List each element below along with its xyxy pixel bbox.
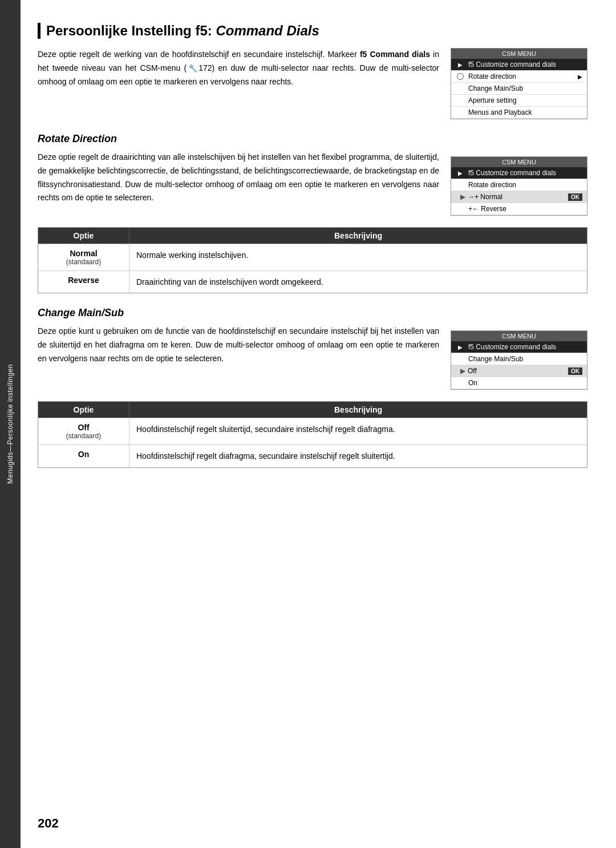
- rotate-desc-normal: Normale werking instelschijven.: [129, 244, 587, 270]
- rotate-opt-reverse: Reverse: [38, 271, 129, 293]
- page-number: 202: [38, 816, 59, 831]
- intro-section: Deze optie regelt de werking van de hoof…: [38, 48, 587, 119]
- change-opt-off: Off (standaard): [38, 418, 129, 445]
- csm-menu-2-rotate-row: Rotate direction: [451, 179, 587, 191]
- table-row: Reverse Draairichting van de instelschij…: [38, 270, 587, 293]
- sidebar: Menugids—Persoonlijke instellingen: [0, 0, 21, 848]
- change-table: Optie Beschrijving Off (standaard) Hoofd…: [38, 401, 587, 467]
- csm-menu-2-normal: ▶ →+ Normal OK: [451, 191, 587, 203]
- change-text: Deze optie kunt u gebruiken om de functi…: [38, 325, 439, 390]
- page-content: Persoonlijke Instelling f5: Command Dial…: [21, 0, 616, 848]
- csm-menu-1-item-rotate: Rotate direction ▶: [451, 71, 587, 83]
- change-table-header: Optie Beschrijving: [38, 402, 587, 418]
- table-row: Normal (standaard) Normale werking inste…: [38, 244, 587, 270]
- csm-menu-1-item-menus: Menus and Playback: [451, 107, 587, 119]
- rotate-table-col2-header: Beschrijving: [129, 228, 587, 244]
- change-section: Deze optie kunt u gebruiken om de functi…: [38, 325, 587, 390]
- table-row: On Hoofdinstelschijf regelt diafragma, s…: [38, 445, 587, 467]
- selector-icon-normal: ▶: [460, 193, 465, 201]
- csm-menu-3: CSM MENU ▶ f5 Customize command dials Ch…: [451, 330, 587, 390]
- rotate-icon: [456, 73, 465, 80]
- f5-icon: ▶: [456, 62, 465, 68]
- csm-menu-1-item-aperture: Aperture setting: [451, 95, 587, 107]
- arrow-icon: ▶: [578, 74, 582, 80]
- rotate-section: Deze optie regelt de draairichting van a…: [38, 151, 587, 216]
- rotate-table: Optie Beschrijving Normal (standaard) No…: [38, 227, 587, 293]
- rotate-direction-heading: Rotate Direction: [38, 133, 587, 145]
- rotate-table-col1-header: Optie: [38, 228, 129, 244]
- change-desc-on: Hoofdinstelschijf regelt diafragma, secu…: [129, 445, 587, 467]
- f5-icon-2: ▶: [456, 170, 465, 176]
- page-title: Persoonlijke Instelling f5: Command Dial…: [38, 23, 587, 39]
- rotate-desc-reverse: Draairichting van de instelschijven word…: [129, 271, 587, 293]
- csm-menu-2-title: CSM MENU: [451, 157, 587, 167]
- rotate-text: Deze optie regelt de draairichting van a…: [38, 151, 439, 216]
- intro-text: Deze optie regelt de werking van de hoof…: [38, 48, 439, 119]
- csm-menu-3-changesub-row: Change Main/Sub: [451, 353, 587, 365]
- change-table-col1-header: Optie: [38, 402, 129, 418]
- change-opt-on: On: [38, 445, 129, 467]
- csm-menu-3-highlighted: ▶ f5 Customize command dials: [451, 341, 587, 353]
- rotate-opt-normal: Normal (standaard): [38, 244, 129, 270]
- csm-menu-2: CSM MENU ▶ f5 Customize command dials Ro…: [451, 156, 587, 216]
- rotate-table-header: Optie Beschrijving: [38, 228, 587, 244]
- ok-badge-off: OK: [568, 368, 582, 375]
- csm-menu-3-on: On: [451, 377, 587, 389]
- csm-menu-1: CSM MENU ▶ f5 Customize command dials Ro…: [451, 48, 587, 119]
- csm-menu-2-reverse: +← Reverse: [451, 203, 587, 215]
- selector-icon-off: ▶: [460, 367, 465, 375]
- csm-menu-3-title: CSM MENU: [451, 331, 587, 341]
- change-table-col2-header: Beschrijving: [129, 402, 587, 418]
- f5-icon-3: ▶: [456, 344, 465, 350]
- table-row: Off (standaard) Hoofdinstelschijf regelt…: [38, 418, 587, 445]
- csm-menu-3-off: ▶ Off OK: [451, 365, 587, 377]
- change-desc-off: Hoofdinstelschijf regelt sluitertijd, se…: [129, 418, 587, 445]
- csm-menu-1-item-changesub: Change Main/Sub: [451, 83, 587, 95]
- change-main-sub-heading: Change Main/Sub: [38, 307, 587, 319]
- csm-menu-1-title: CSM MENU: [451, 49, 587, 59]
- csm-menu-1-highlighted: ▶ f5 Customize command dials: [451, 59, 587, 71]
- ok-badge-normal: OK: [568, 193, 582, 201]
- sidebar-label: Menugids—Persoonlijke instellingen: [6, 364, 14, 484]
- csm-menu-2-highlighted: ▶ f5 Customize command dials: [451, 167, 587, 179]
